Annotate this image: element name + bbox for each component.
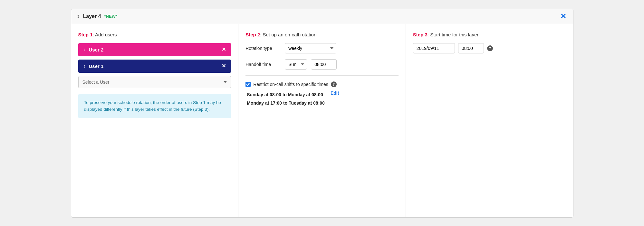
shift-line1: Sunday at 08:00 to Monday at 08:00 (247, 90, 325, 99)
step2-text: : Set up an on-call rotation (260, 32, 316, 37)
step1-section: Step 1: Add users ↕ User 2 ✕ ↕ User 1 ✕ (71, 24, 239, 217)
restrict-row: Restrict on-call shifts to specific time… (245, 81, 399, 87)
step1-heading: Step 1: Add users (78, 32, 231, 37)
layer-title: Layer 4 (83, 14, 101, 19)
section-divider (245, 75, 399, 76)
user1-left: ↕ User 1 (83, 63, 104, 69)
rotation-type-row: Rotation type weekly daily custom (245, 43, 399, 53)
user2-name: User 2 (89, 47, 104, 52)
info-box: To preserve your schedule rotation, the … (78, 94, 231, 118)
panel-header: ↕ Layer 4 *NEW* ✕ (71, 9, 573, 24)
panel-content: Step 1: Add users ↕ User 2 ✕ ↕ User 1 ✕ (71, 24, 573, 217)
user1-sort-icon: ↕ (83, 63, 86, 69)
handoff-time-row: Handoff time Sun Mon Tue Wed Thu Fri Sat (245, 59, 399, 70)
user1-name: User 1 (89, 63, 104, 69)
restrict-help-icon[interactable]: ? (331, 81, 337, 87)
user-item-user1: ↕ User 1 ✕ (78, 60, 231, 73)
user-item-user2: ↕ User 2 ✕ (78, 43, 231, 56)
restrict-label[interactable]: Restrict on-call shifts to specific time… (253, 82, 328, 87)
select-user-dropdown[interactable]: Select a User (78, 76, 231, 88)
step2-label: Step 2 (245, 32, 260, 37)
shift-line2: Monday at 17:00 to Tuesday at 08:00 (247, 99, 325, 108)
step1-label: Step 1 (78, 32, 93, 37)
user2-sort-icon: ↕ (83, 47, 86, 52)
close-button[interactable]: ✕ (559, 13, 567, 20)
start-time-help-icon[interactable]: ? (487, 45, 493, 51)
info-text: To preserve your schedule rotation, the … (84, 100, 221, 112)
handoff-label: Handoff time (245, 62, 281, 67)
shift-times-container: Sunday at 08:00 to Monday at 08:00 Monda… (245, 90, 399, 108)
sort-icon: ↕ (77, 13, 80, 20)
edit-link[interactable]: Edit (331, 90, 339, 96)
step3-label: Step 3 (413, 32, 428, 37)
restrict-checkbox[interactable] (245, 82, 251, 87)
start-time-input[interactable] (458, 43, 484, 53)
shift-times: Sunday at 08:00 to Monday at 08:00 Monda… (247, 90, 325, 108)
step3-heading: Step 3: Start time for this layer (413, 32, 566, 37)
step2-section: Step 2: Set up an on-call rotation Rotat… (238, 24, 406, 217)
step3-text: : Start time for this layer (428, 32, 478, 37)
user2-remove-button[interactable]: ✕ (222, 47, 226, 52)
rotation-label: Rotation type (245, 46, 281, 51)
user2-left: ↕ User 2 (83, 47, 104, 52)
handoff-time-input[interactable] (311, 59, 337, 70)
step1-text: : Add users (93, 32, 117, 37)
step2-heading: Step 2: Set up an on-call rotation (245, 32, 399, 37)
date-time-row: ? (413, 43, 566, 53)
rotation-type-select[interactable]: weekly daily custom (285, 43, 336, 53)
user1-remove-button[interactable]: ✕ (222, 63, 226, 69)
handoff-day-select[interactable]: Sun Mon Tue Wed Thu Fri Sat (285, 59, 307, 70)
start-date-input[interactable] (413, 43, 455, 53)
header-left: ↕ Layer 4 *NEW* (77, 13, 118, 20)
step3-section: Step 3: Start time for this layer ? (406, 24, 573, 217)
layer-panel: ↕ Layer 4 *NEW* ✕ Step 1: Add users ↕ Us… (71, 9, 573, 218)
new-badge: *NEW* (104, 14, 117, 19)
